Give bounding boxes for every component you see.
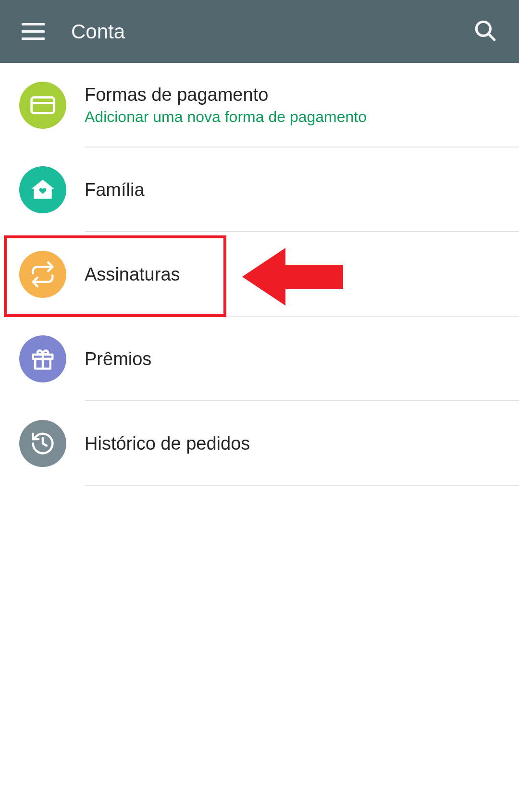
svg-line-1	[489, 34, 494, 39]
home-heart-icon	[19, 166, 66, 213]
item-text: Prêmios	[85, 349, 151, 369]
account-menu-list: Formas de pagamento Adicionar uma nova f…	[0, 63, 519, 486]
credit-card-icon	[19, 82, 66, 129]
item-text: Assinaturas	[85, 264, 180, 285]
app-header: Conta	[0, 0, 519, 63]
item-text: Formas de pagamento Adicionar uma nova f…	[85, 85, 367, 126]
list-item-family[interactable]: Família	[0, 148, 519, 232]
repeat-icon	[19, 251, 66, 298]
item-title: Prêmios	[85, 349, 151, 369]
list-item-payment-methods[interactable]: Formas de pagamento Adicionar uma nova f…	[0, 63, 519, 148]
divider	[85, 485, 519, 486]
list-item-order-history[interactable]: Histórico de pedidos	[0, 401, 519, 486]
list-item-rewards[interactable]: Prêmios	[0, 317, 519, 401]
svg-rect-2	[32, 98, 54, 113]
item-subtitle: Adicionar uma nova forma de pagamento	[85, 108, 367, 126]
item-text: Histórico de pedidos	[85, 433, 250, 454]
item-title: Família	[85, 180, 145, 200]
gift-icon	[19, 335, 66, 382]
page-title: Conta	[71, 20, 473, 43]
item-title: Assinaturas	[85, 264, 180, 285]
list-item-subscriptions[interactable]: Assinaturas	[0, 232, 519, 317]
item-title: Histórico de pedidos	[85, 433, 250, 454]
search-icon[interactable]	[473, 19, 497, 45]
menu-icon[interactable]	[22, 20, 45, 43]
item-text: Família	[85, 180, 145, 200]
item-title: Formas de pagamento	[85, 85, 367, 105]
history-icon	[19, 420, 66, 467]
